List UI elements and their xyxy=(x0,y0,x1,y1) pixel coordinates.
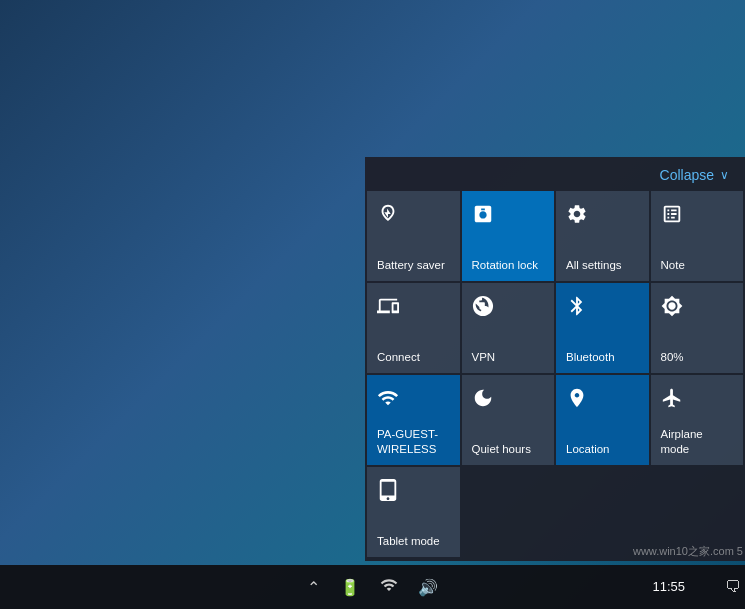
tile-tablet-mode[interactable]: Tablet mode xyxy=(367,467,460,557)
airplane-mode-icon xyxy=(661,387,683,415)
vpn-label: VPN xyxy=(472,350,496,365)
collapse-label: Collapse xyxy=(660,167,714,183)
brightness-icon xyxy=(661,295,683,323)
all-settings-label: All settings xyxy=(566,258,622,273)
tile-all-settings[interactable]: All settings xyxy=(556,191,649,281)
taskbar: ⌃ 🔋 🔊 11:55 🗨 xyxy=(0,565,745,609)
tile-brightness[interactable]: 80% xyxy=(651,283,744,373)
rotation-lock-label: Rotation lock xyxy=(472,258,538,273)
wifi-icon xyxy=(377,387,399,415)
tile-location[interactable]: Location xyxy=(556,375,649,465)
connect-icon xyxy=(377,295,399,323)
location-icon xyxy=(566,387,588,415)
airplane-mode-label: Airplane mode xyxy=(661,427,734,457)
clock-time: 11:55 xyxy=(652,579,685,596)
chevron-up-icon[interactable]: ⌃ xyxy=(307,578,320,597)
quiet-hours-icon xyxy=(472,387,494,415)
battery-saver-label: Battery saver xyxy=(377,258,445,273)
wifi-label: PA-GUEST-WIRELESS xyxy=(377,427,450,457)
action-center: Collapse ∨ Battery saver Rotation lock xyxy=(365,157,745,561)
tile-quiet-hours[interactable]: Quiet hours xyxy=(462,375,555,465)
location-label: Location xyxy=(566,442,609,457)
tile-note[interactable]: Note xyxy=(651,191,744,281)
connect-label: Connect xyxy=(377,350,420,365)
note-label: Note xyxy=(661,258,685,273)
tablet-mode-label: Tablet mode xyxy=(377,534,440,549)
vpn-icon xyxy=(472,295,494,323)
quiet-hours-label: Quiet hours xyxy=(472,442,531,457)
tile-bluetooth[interactable]: Bluetooth xyxy=(556,283,649,373)
chevron-down-icon: ∨ xyxy=(720,168,729,182)
tile-connect[interactable]: Connect xyxy=(367,283,460,373)
taskbar-time: 11:55 xyxy=(652,579,685,596)
tile-wifi[interactable]: PA-GUEST-WIRELESS xyxy=(367,375,460,465)
tile-airplane-mode[interactable]: Airplane mode xyxy=(651,375,744,465)
tile-rotation-lock[interactable]: Rotation lock xyxy=(462,191,555,281)
collapse-button[interactable]: Collapse ∨ xyxy=(365,157,745,191)
wifi-taskbar-icon[interactable] xyxy=(380,576,398,598)
bluetooth-label: Bluetooth xyxy=(566,350,615,365)
tablet-mode-icon xyxy=(377,479,399,507)
watermark: www.win10之家.com 5 xyxy=(633,544,743,559)
battery-saver-icon xyxy=(377,203,399,231)
note-icon xyxy=(661,203,683,231)
brightness-label: 80% xyxy=(661,350,684,365)
all-settings-icon xyxy=(566,203,588,231)
quick-actions-grid: Battery saver Rotation lock All settings xyxy=(365,191,745,467)
notification-icon[interactable]: 🗨 xyxy=(725,578,741,596)
rotation-lock-icon xyxy=(472,203,494,231)
tile-vpn[interactable]: VPN xyxy=(462,283,555,373)
battery-icon[interactable]: 🔋 xyxy=(340,578,360,597)
volume-icon[interactable]: 🔊 xyxy=(418,578,438,597)
bluetooth-icon xyxy=(566,295,588,323)
tile-battery-saver[interactable]: Battery saver xyxy=(367,191,460,281)
